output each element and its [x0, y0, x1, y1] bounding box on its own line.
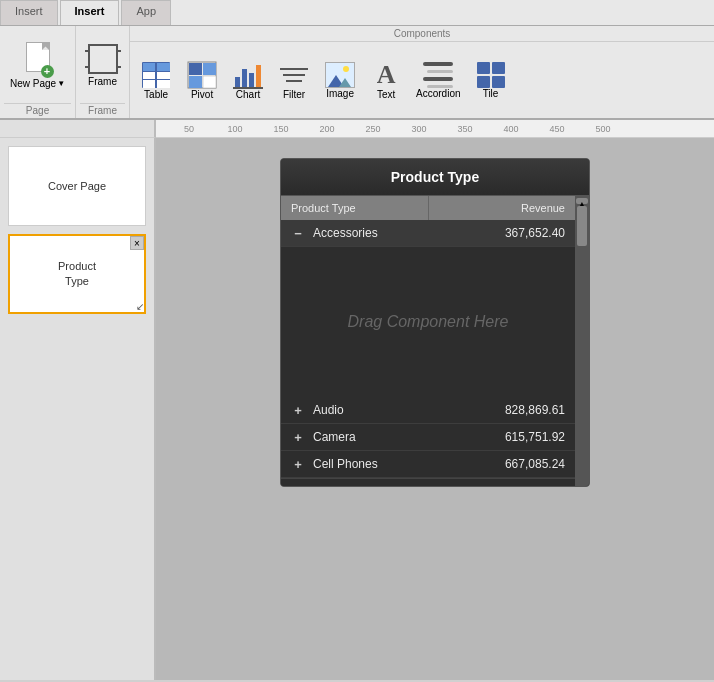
svg-rect-6: [157, 80, 170, 88]
ruler: 50 100 150 200 250 300 350 400 450 500: [156, 120, 714, 138]
accordion-label: Accordion: [416, 88, 460, 99]
filter-label: Filter: [283, 89, 305, 100]
image-button[interactable]: Image: [318, 58, 362, 103]
svg-rect-5: [143, 80, 155, 88]
expand-page-icon: ↙: [136, 301, 144, 312]
report-title: Product Type: [281, 159, 589, 196]
frame-section-label: Frame: [80, 103, 125, 116]
accordion-button[interactable]: Accordion: [410, 58, 466, 103]
image-label: Image: [326, 88, 354, 99]
tab-app[interactable]: App: [121, 0, 171, 25]
ruler-row: 50 100 150 200 250 300 350 400 450 500: [0, 120, 714, 138]
report-widget-body: Product Type Revenue − Accessories 367,6…: [281, 196, 589, 486]
report-widget: Product Type Product Type Revenue − Acce…: [280, 158, 590, 487]
expand-accessories-icon[interactable]: −: [291, 226, 305, 240]
audio-value: 828,869.61: [505, 403, 565, 417]
audio-name: Audio: [313, 403, 505, 417]
chart-icon: [233, 61, 263, 89]
svg-rect-11: [203, 76, 216, 88]
svg-rect-1: [143, 63, 155, 71]
pivot-icon: [187, 61, 217, 89]
text-label: Text: [377, 89, 395, 100]
cell-phones-name: Cell Phones: [313, 457, 505, 471]
svg-rect-2: [157, 63, 170, 71]
tile-icon: [477, 62, 505, 88]
new-page-label: New Page: [10, 78, 56, 89]
canvas-area[interactable]: Product Type Product Type Revenue − Acce…: [156, 138, 714, 680]
table-label: Table: [144, 89, 168, 100]
text-button[interactable]: A Text: [364, 57, 408, 104]
expand-cell-phones-icon[interactable]: +: [291, 457, 305, 471]
vertical-scrollbar[interactable]: ▲: [575, 196, 589, 486]
report-header: Product Type Revenue: [281, 196, 575, 220]
pivot-label: Pivot: [191, 89, 213, 100]
svg-rect-9: [203, 63, 216, 75]
table-row[interactable]: + Camera 615,751.92: [281, 424, 575, 451]
chart-button[interactable]: Chart: [226, 57, 270, 104]
report-content: Product Type Revenue − Accessories 367,6…: [281, 196, 575, 486]
main-area: Cover Page Product Type × ↙ Product Type…: [0, 138, 714, 680]
new-page-button[interactable]: + New Page ▼: [4, 38, 71, 93]
tile-button[interactable]: Tile: [469, 58, 513, 103]
components-section: Components: [130, 26, 714, 118]
sidebar: Cover Page Product Type × ↙: [0, 138, 156, 680]
tab-insert[interactable]: Insert: [60, 0, 120, 25]
table-row[interactable]: + Audio 828,869.61: [281, 397, 575, 424]
drag-component-area[interactable]: Drag Component Here: [281, 247, 575, 397]
toolbar: Insert Insert App +: [0, 0, 714, 120]
frame-section: Frame Frame: [76, 26, 130, 118]
svg-rect-8: [189, 63, 202, 75]
accordion-icon: [423, 62, 453, 88]
cover-page-thumb[interactable]: Cover Page: [8, 146, 146, 226]
accessories-name: Accessories: [313, 226, 505, 240]
tabs-row: Insert Insert App: [0, 0, 714, 26]
col-revenue-header: Revenue: [429, 196, 576, 220]
text-icon: A: [371, 61, 401, 89]
table-icon: [141, 61, 171, 89]
page-section: + New Page ▼ Page: [0, 26, 76, 118]
svg-rect-10: [189, 76, 202, 88]
svg-rect-4: [157, 72, 170, 79]
col-product-type-header: Product Type: [281, 196, 429, 220]
expand-audio-icon[interactable]: +: [291, 403, 305, 417]
product-type-thumb-wrapper: Product Type × ↙: [8, 234, 146, 314]
frame-label: Frame: [88, 76, 117, 87]
image-icon: [325, 62, 355, 88]
frame-icon: [88, 44, 118, 74]
camera-name: Camera: [313, 430, 505, 444]
table-row[interactable]: + Cell Phones 667,085.24: [281, 451, 575, 478]
tab-page[interactable]: Insert: [0, 0, 58, 25]
svg-rect-3: [143, 72, 155, 79]
close-page-button[interactable]: ×: [130, 236, 144, 250]
table-row[interactable]: − Accessories 367,652.40: [281, 220, 575, 247]
accessories-value: 367,652.40: [505, 226, 565, 240]
tile-label: Tile: [483, 88, 499, 99]
table-button[interactable]: Table: [134, 57, 178, 104]
filter-icon: [279, 61, 309, 89]
scroll-thumb[interactable]: [577, 206, 587, 246]
camera-value: 615,751.92: [505, 430, 565, 444]
chart-label: Chart: [236, 89, 260, 100]
expand-camera-icon[interactable]: +: [291, 430, 305, 444]
new-page-icon: +: [22, 42, 54, 76]
page-section-label: Page: [4, 103, 71, 116]
cell-phones-value: 667,085.24: [505, 457, 565, 471]
components-label: Components: [130, 26, 714, 42]
filter-button[interactable]: Filter: [272, 57, 316, 104]
more-rows-indicator: [281, 478, 575, 486]
pivot-button[interactable]: Pivot: [180, 57, 224, 104]
product-type-thumb[interactable]: Product Type: [8, 234, 146, 314]
scroll-up-button[interactable]: ▲: [576, 198, 588, 204]
frame-button[interactable]: Frame: [81, 40, 125, 91]
